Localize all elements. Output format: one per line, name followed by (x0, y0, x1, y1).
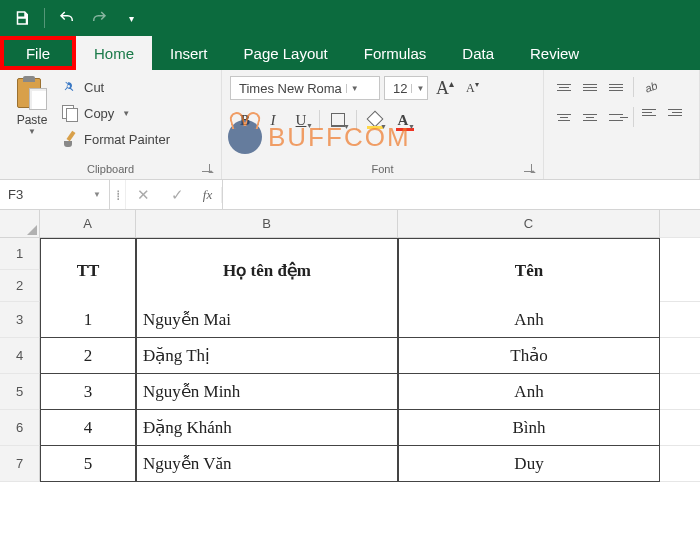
tab-insert[interactable]: Insert (152, 36, 226, 70)
table-cell-ho[interactable]: Nguyễn Văn (136, 446, 398, 482)
table-cell-tt[interactable]: 3 (40, 374, 136, 410)
align-left-button[interactable] (552, 106, 576, 128)
tab-review[interactable]: Review (512, 36, 597, 70)
border-button[interactable]: ▼ (325, 108, 351, 132)
name-box[interactable]: F3 ▼ (0, 180, 110, 209)
table-cell-tt[interactable]: 1 (40, 302, 136, 338)
table-cell-ho[interactable]: Đặng Khánh (136, 410, 398, 446)
redo-icon[interactable] (85, 4, 113, 32)
grow-font-button[interactable]: A▴ (432, 78, 458, 99)
fill-color-button[interactable]: ▼ (362, 108, 388, 132)
font-group-label: Font (230, 161, 535, 179)
clipboard-group-label: Clipboard (8, 161, 213, 179)
font-color-icon: A (398, 112, 409, 129)
row-header-6[interactable]: 6 (0, 410, 40, 446)
scissors-icon (62, 79, 78, 95)
table-header-ten[interactable]: Tên (398, 238, 660, 302)
table-header-ho[interactable]: Họ tên đệm (136, 238, 398, 302)
table-cell-ten[interactable]: Bình (398, 410, 660, 446)
qat-customize-icon[interactable]: ▾ (117, 4, 145, 32)
ribbon-group-font: Times New Roma ▼ 12 ▼ A▴ A▾ B I U▼ ▼ ▼ A… (222, 70, 544, 179)
fx-icon[interactable]: fx (194, 187, 222, 203)
cut-button[interactable]: Cut (62, 76, 170, 98)
tab-file[interactable]: File (0, 36, 76, 70)
select-all-corner[interactable] (0, 210, 40, 238)
save-icon[interactable] (8, 4, 36, 32)
column-header-a[interactable]: A (40, 210, 136, 238)
table-cell-ten[interactable]: Thảo (398, 338, 660, 374)
separator (356, 110, 357, 130)
table-cell-tt[interactable]: 2 (40, 338, 136, 374)
undo-icon[interactable] (53, 4, 81, 32)
qat-separator (44, 8, 45, 28)
row-header-4[interactable]: 4 (0, 338, 40, 374)
tab-page-layout[interactable]: Page Layout (226, 36, 346, 70)
chevron-down-icon: ▼ (411, 84, 424, 93)
separator (319, 110, 320, 130)
paste-button[interactable]: Paste ▼ (8, 74, 56, 152)
copy-label: Copy (84, 106, 114, 121)
paste-label: Paste (17, 114, 48, 127)
font-family-value: Times New Roma (239, 81, 342, 96)
align-right-button[interactable] (604, 106, 628, 128)
cell-empty[interactable] (660, 302, 700, 338)
font-size-combo[interactable]: 12 ▼ (384, 76, 428, 100)
bold-button[interactable]: B (232, 108, 258, 132)
format-painter-button[interactable]: Format Painter (62, 128, 170, 150)
shrink-font-button[interactable]: A▾ (462, 80, 483, 96)
align-middle-button[interactable] (578, 76, 602, 98)
clipboard-dialog-launcher-icon[interactable] (201, 163, 213, 175)
cell-empty[interactable] (660, 238, 700, 302)
copy-button[interactable]: Copy ▼ (62, 102, 170, 124)
cell-empty[interactable] (660, 410, 700, 446)
ribbon-group-clipboard: Paste ▼ Cut Copy ▼ Format Painter (0, 70, 222, 179)
cell-empty[interactable] (660, 338, 700, 374)
formula-bar-expand[interactable]: ⁞ (110, 180, 126, 209)
copy-dropdown-icon[interactable]: ▼ (122, 109, 130, 118)
paste-icon (17, 76, 47, 110)
align-top-button[interactable] (552, 76, 576, 98)
row-header-7[interactable]: 7 (0, 446, 40, 482)
table-cell-ten[interactable]: Anh (398, 302, 660, 338)
column-header-extra (660, 210, 700, 238)
table-cell-ten[interactable]: Anh (398, 374, 660, 410)
table-cell-ho[interactable]: Nguyễn Minh (136, 374, 398, 410)
cell-empty[interactable] (660, 446, 700, 482)
tab-formulas[interactable]: Formulas (346, 36, 445, 70)
underline-button[interactable]: U▼ (288, 108, 314, 132)
cut-label: Cut (84, 80, 104, 95)
align-center-button[interactable] (578, 106, 602, 128)
table-header-tt[interactable]: TT (40, 238, 136, 302)
table-cell-tt[interactable]: 4 (40, 410, 136, 446)
font-dialog-launcher-icon[interactable] (523, 163, 535, 175)
row-header-3[interactable]: 3 (0, 302, 40, 338)
tab-home[interactable]: Home (76, 36, 152, 70)
column-header-c[interactable]: C (398, 210, 660, 238)
name-box-value: F3 (8, 187, 23, 202)
font-family-combo[interactable]: Times New Roma ▼ (230, 76, 380, 100)
row-header-5[interactable]: 5 (0, 374, 40, 410)
decrease-indent-button[interactable] (639, 106, 663, 128)
tab-data[interactable]: Data (444, 36, 512, 70)
paste-dropdown-icon[interactable]: ▼ (28, 127, 36, 136)
font-size-value: 12 (393, 81, 407, 96)
align-bottom-button[interactable] (604, 76, 628, 98)
row-header-1[interactable]: 1 (0, 238, 40, 270)
table-cell-ho[interactable]: Nguyễn Mai (136, 302, 398, 338)
row-header-2[interactable]: 2 (0, 270, 40, 302)
cancel-formula-button[interactable]: ✕ (126, 186, 160, 204)
font-color-button[interactable]: A▼ (390, 108, 416, 132)
italic-button[interactable]: I (260, 108, 286, 132)
column-header-b[interactable]: B (136, 210, 398, 238)
formula-bar[interactable] (223, 180, 700, 209)
increase-indent-button[interactable] (665, 106, 689, 128)
orientation-icon: ab (643, 79, 659, 95)
table-cell-tt[interactable]: 5 (40, 446, 136, 482)
table-cell-ho[interactable]: Đặng Thị (136, 338, 398, 374)
separator (633, 107, 634, 127)
cell-empty[interactable] (660, 374, 700, 410)
ribbon-group-alignment: ab (544, 70, 700, 179)
enter-formula-button[interactable]: ✓ (160, 186, 194, 204)
orientation-button[interactable]: ab (639, 76, 663, 98)
table-cell-ten[interactable]: Duy (398, 446, 660, 482)
